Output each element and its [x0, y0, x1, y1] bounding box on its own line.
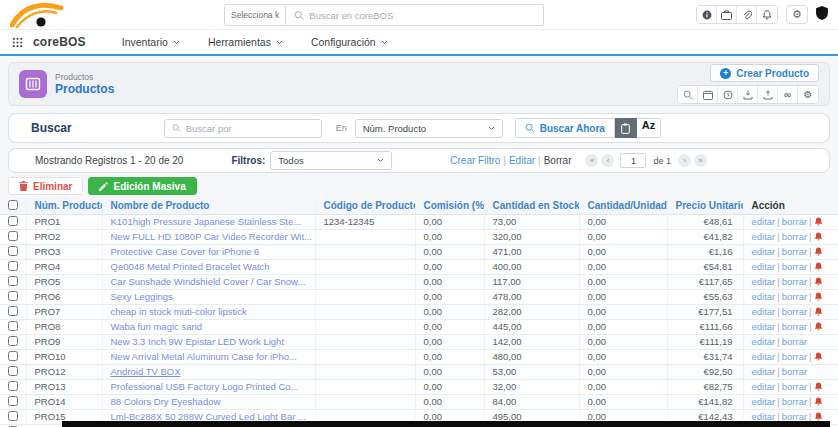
header-name[interactable]: Nombre de Producto: [102, 198, 315, 214]
alert-bell-icon[interactable]: [814, 292, 823, 303]
delete-link[interactable]: borrar: [782, 306, 807, 317]
last-page-button[interactable]: »: [694, 154, 707, 167]
edit-link[interactable]: editar: [752, 366, 776, 377]
edit-link[interactable]: editar: [752, 216, 776, 227]
header-price[interactable]: Precio Unitario: [667, 198, 743, 214]
delete-link[interactable]: borrar: [782, 336, 807, 347]
delete-link[interactable]: borrar: [782, 216, 807, 227]
alert-bell-icon[interactable]: [814, 397, 823, 408]
alert-bell-icon[interactable]: [814, 307, 823, 318]
alert-bell-icon[interactable]: [814, 322, 823, 333]
filter-select[interactable]: Todos: [270, 151, 392, 170]
product-link[interactable]: Waba fun magic sand: [111, 321, 203, 332]
delete-link[interactable]: borrar: [782, 231, 807, 242]
corebos-logo[interactable]: [10, 2, 66, 28]
settings-button[interactable]: ⚙: [786, 5, 808, 24]
row-checkbox[interactable]: [8, 276, 18, 286]
row-checkbox[interactable]: [8, 291, 18, 301]
alert-bell-icon[interactable]: [814, 382, 823, 393]
row-checkbox[interactable]: [8, 216, 18, 226]
header-num[interactable]: Núm. Producto: [26, 198, 102, 214]
header-commission[interactable]: Comisión (%): [415, 198, 484, 214]
delete-link[interactable]: borrar: [782, 351, 807, 362]
select-all-checkbox[interactable]: [8, 200, 18, 210]
row-checkbox[interactable]: [8, 381, 18, 391]
import-icon[interactable]: [738, 86, 758, 103]
edit-link[interactable]: editar: [752, 306, 776, 317]
header-code[interactable]: Código de Producto: [315, 198, 415, 214]
export-icon[interactable]: [758, 86, 778, 103]
row-checkbox[interactable]: [8, 411, 18, 421]
row-checkbox[interactable]: [8, 351, 18, 361]
product-link[interactable]: Sexy Leggings: [111, 291, 173, 302]
page-title[interactable]: Productos: [55, 82, 114, 96]
next-page-button[interactable]: ›: [678, 154, 691, 167]
alert-bell-icon[interactable]: [814, 277, 823, 288]
edit-link[interactable]: editar: [752, 231, 776, 242]
product-link[interactable]: 88 Colors Dry Eyeshadow: [111, 396, 221, 407]
product-link[interactable]: New Arrival Metal Aluminum Case for iPho…: [111, 351, 297, 362]
alert-bell-icon[interactable]: [814, 232, 823, 243]
search-icon[interactable]: [678, 86, 698, 103]
product-link[interactable]: New 3.3 Inch 9W Epistar LED Work Light: [111, 336, 285, 347]
alert-bell-icon[interactable]: [814, 217, 823, 228]
edit-link[interactable]: editar: [752, 261, 776, 272]
product-link[interactable]: New FULL HD 1080P Car Video Recorder Wit…: [111, 231, 313, 242]
delete-link[interactable]: borrar: [782, 396, 807, 407]
product-link[interactable]: Professional USB Factory Logo Printed Co…: [111, 381, 299, 392]
header-qty-unit[interactable]: Cantidad/Unidad: [579, 198, 667, 214]
prev-page-button[interactable]: ‹: [601, 154, 614, 167]
merge-icon[interactable]: ∞: [778, 86, 798, 103]
edit-link[interactable]: editar: [752, 381, 776, 392]
delete-button[interactable]: Eliminar: [8, 177, 83, 195]
alert-bell-icon[interactable]: [814, 352, 823, 363]
product-link[interactable]: K101high Pressure Japanese Stainless Ste…: [111, 216, 302, 227]
paperclip-icon[interactable]: [737, 6, 757, 23]
search-input[interactable]: [186, 123, 314, 134]
header-stock[interactable]: Cantidad en Stock: [484, 198, 579, 214]
create-product-button[interactable]: + Crear Producto: [710, 64, 819, 82]
product-link[interactable]: Protective Case Cover for iPhone 6: [111, 246, 260, 257]
edit-link[interactable]: editar: [752, 351, 776, 362]
alert-bell-icon[interactable]: [814, 262, 823, 273]
delete-link[interactable]: borrar: [782, 246, 807, 257]
row-checkbox[interactable]: [8, 396, 18, 406]
product-link[interactable]: Qe0048 Metal Printed Bracelet Watch: [111, 261, 270, 272]
delete-link[interactable]: borrar: [782, 366, 807, 377]
edit-filter-link[interactable]: Editar: [509, 155, 535, 166]
row-checkbox[interactable]: [8, 261, 18, 271]
first-page-button[interactable]: «: [585, 154, 598, 167]
edit-link[interactable]: editar: [752, 246, 776, 257]
edit-link[interactable]: editar: [752, 291, 776, 302]
row-checkbox[interactable]: [8, 366, 18, 376]
row-checkbox[interactable]: [8, 231, 18, 241]
edit-link[interactable]: editar: [752, 321, 776, 332]
sort-alphabetical-button[interactable]: Az: [637, 118, 661, 138]
global-search-module-select[interactable]: Selecciona k: [224, 4, 286, 26]
bell-icon[interactable]: [757, 6, 777, 23]
edit-link[interactable]: editar: [752, 276, 776, 287]
app-grid-icon[interactable]: [12, 37, 23, 48]
delete-link[interactable]: borrar: [782, 276, 807, 287]
briefcase-icon[interactable]: [717, 6, 737, 23]
product-link[interactable]: cheap in stock muti-color lipstick: [111, 306, 247, 317]
product-link[interactable]: Android TV BOX: [111, 366, 181, 377]
global-search-input[interactable]: [309, 10, 535, 21]
row-checkbox[interactable]: [8, 336, 18, 346]
gear-icon[interactable]: ⚙: [798, 86, 818, 103]
row-checkbox[interactable]: [8, 321, 18, 331]
delete-filter-link[interactable]: Borrar: [544, 155, 572, 166]
brand-name[interactable]: coreBOS: [33, 35, 86, 49]
clock-icon[interactable]: [718, 86, 738, 103]
alert-bell-icon[interactable]: [814, 247, 823, 258]
edit-link[interactable]: editar: [752, 396, 776, 407]
menu-item-inventario[interactable]: Inventario: [122, 36, 180, 48]
page-number-input[interactable]: [620, 153, 646, 168]
create-filter-link[interactable]: Crear Filtro: [450, 155, 500, 166]
delete-link[interactable]: borrar: [782, 381, 807, 392]
search-field-select[interactable]: Núm. Producto: [355, 119, 503, 138]
mass-edit-button[interactable]: Edición Masiva: [88, 177, 196, 195]
delete-link[interactable]: borrar: [782, 321, 807, 332]
delete-link[interactable]: borrar: [782, 261, 807, 272]
product-link[interactable]: Car Sunshade Windshield Cover / Car Snow…: [111, 276, 306, 287]
